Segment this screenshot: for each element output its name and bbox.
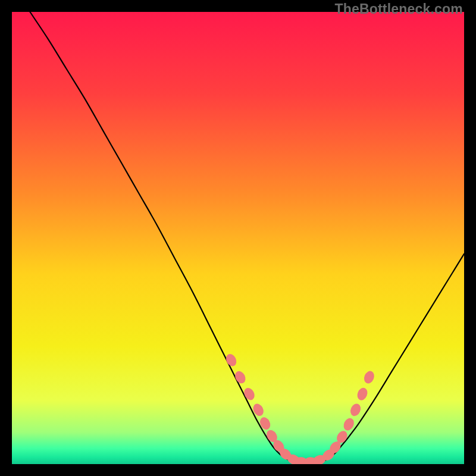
chart-background xyxy=(12,12,464,464)
chart-frame xyxy=(12,12,464,464)
watermark-text: TheBottleneck.com xyxy=(334,1,463,17)
bottleneck-chart xyxy=(12,12,464,464)
